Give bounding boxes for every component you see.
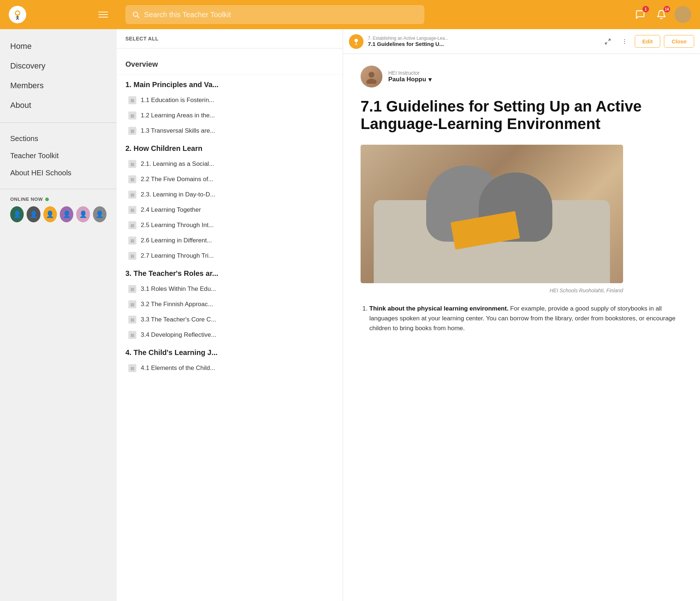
user-avatar[interactable] [674,6,691,23]
toc-item[interactable]: ▤ 1.3 Transversal Skills are... [117,123,343,138]
toc-item[interactable]: ▤ 3.4 Developing Reflective... [117,327,343,343]
online-section: ONLINE NOW 👤 👤 👤 👤 👤 👤 [0,189,117,230]
search-input[interactable] [144,11,418,19]
avatar[interactable]: 👤 [93,206,106,222]
toc-section-title[interactable]: 1. Main Principles and Va... [117,75,343,93]
avatar[interactable]: 👤 [60,206,73,222]
more-options-button[interactable] [618,35,631,48]
toc-item[interactable]: ▤ 1.2 Learning Areas in the... [117,108,343,123]
svg-point-14 [624,41,625,42]
list-item: Think about the physical learning enviro… [369,304,682,333]
doc-icon: ▤ [128,300,136,308]
doc-icon: ▤ [128,127,136,135]
toc-item[interactable]: ▤ 2.6 Learning in Different... [117,233,343,248]
avatar[interactable]: 👤 [76,206,90,222]
svg-line-3 [16,19,18,19]
topbar-right: 1 14 [632,6,691,23]
doc-icon: ▤ [128,237,136,245]
svg-point-17 [366,79,377,84]
article-image [361,145,623,283]
sidebar-header [0,0,117,29]
sidebar: Home Discovery Members About Sections Te… [0,0,117,601]
doc-icon: ▤ [128,160,136,168]
toc-body: Overview 1. Main Principles and Va... ▤ … [117,48,343,382]
sidebar-nav: Home Discovery Members About [0,29,117,123]
toc-item[interactable]: ▤ 2.4 Learning Together [117,202,343,218]
list-item-bold: Think about the physical learning enviro… [369,305,509,312]
toc-item[interactable]: ▤ 1.1 Education is Fosterin... [117,93,343,108]
chat-button[interactable]: 1 [632,7,648,23]
avatar-row: 👤 👤 👤 👤 👤 👤 [10,206,106,222]
toc-section-title[interactable]: 3. The Teacher's Roles ar... [117,264,343,281]
hamburger-icon[interactable] [98,12,108,17]
svg-line-5 [16,17,18,17]
svg-point-13 [624,39,625,40]
image-caption: HEI Schools Ruoholahti, Finland [361,288,623,293]
avatar[interactable]: 👤 [43,206,57,222]
author-avatar [361,66,382,87]
toc-header: SELECT ALL [117,29,343,48]
sidebar-item-about-hei[interactable]: About HEI Schools [0,164,117,182]
sidebar-item-about[interactable]: About [0,95,117,115]
detail-content: HEI Instructor Paula Hoppu ▾ 7.1 Guideli… [343,54,700,601]
doc-icon: ▤ [128,175,136,183]
toc-section-title[interactable]: 4. The Child's Learning J... [117,343,343,360]
svg-line-4 [18,19,19,19]
sidebar-section: Sections Teacher Toolkit About HEI Schoo… [0,123,117,189]
author-row: HEI Instructor Paula Hoppu ▾ [361,66,682,87]
dropdown-arrow-icon: ▾ [428,76,432,83]
detail-panel: 7. Establishing an Active Language-Lea..… [343,29,700,601]
doc-icon: ▤ [128,112,136,120]
sidebar-item-discovery[interactable]: Discovery [0,56,117,76]
toc-item[interactable]: ▤ 3.3 The Teacher's Core C... [117,312,343,327]
main-area: 1 14 SELECT ALL Overview 1. Main Princip… [117,0,700,601]
svg-line-12 [356,44,357,44]
toc-panel: SELECT ALL Overview 1. Main Principles a… [117,29,343,601]
sidebar-item-members[interactable]: Members [0,76,117,95]
notification-badge: 14 [664,6,670,12]
sidebar-item-home[interactable]: Home [0,36,117,56]
doc-icon: ▤ [128,331,136,339]
doc-icon: ▤ [128,96,136,104]
breadcrumb: 7. Establishing an Active Language-Lea..… [368,36,597,47]
author-name[interactable]: Paula Hoppu ▾ [388,76,432,83]
online-dot [45,198,49,201]
online-label: ONLINE NOW [10,196,106,202]
overview-item[interactable]: Overview [117,54,343,75]
breadcrumb-current: 7.1 Guidelines for Setting U... [368,41,597,47]
svg-line-8 [137,16,139,18]
svg-line-6 [18,17,19,17]
select-all-button[interactable]: SELECT ALL [125,36,159,42]
doc-icon: ▤ [128,221,136,229]
content-area: SELECT ALL Overview 1. Main Principles a… [117,29,700,601]
toc-item[interactable]: ▤ 4.1 Elements of the Child... [117,360,343,376]
toc-item[interactable]: ▤ 2.2 The Five Domains of... [117,172,343,187]
toc-item[interactable]: ▤ 3.2 The Finnish Approac... [117,297,343,312]
toc-item[interactable]: ▤ 2.5 Learning Through Int... [117,218,343,233]
sidebar-item-teacher-toolkit[interactable]: Teacher Toolkit [0,147,117,164]
expand-button[interactable] [601,35,614,48]
article-list: Think about the physical learning enviro… [361,304,682,333]
avatar[interactable]: 👤 [10,206,24,222]
toc-section-title[interactable]: 2. How Children Learn [117,138,343,156]
detail-topbar: 7. Establishing an Active Language-Lea..… [343,29,700,54]
doc-icon: ▤ [128,206,136,214]
svg-point-16 [369,72,374,78]
toc-item[interactable]: ▤ 2.7 Learning Through Tri... [117,248,343,264]
detail-actions: Edit Close [601,35,694,48]
doc-icon: ▤ [128,364,136,372]
edit-button[interactable]: Edit [635,35,660,48]
svg-line-11 [355,44,356,44]
toc-item[interactable]: ▤ 3.1 Roles Within The Edu... [117,281,343,297]
doc-icon: ▤ [128,252,136,260]
search-bar[interactable] [125,5,424,24]
sidebar-item-sections[interactable]: Sections [0,130,117,147]
close-button[interactable]: Close [664,35,694,48]
detail-section-icon [349,34,363,49]
toc-item[interactable]: ▤ 2.3. Learning in Day-to-D... [117,187,343,202]
avatar[interactable]: 👤 [27,206,40,222]
notification-button[interactable]: 14 [653,7,669,23]
doc-icon: ▤ [128,316,136,324]
toc-item[interactable]: ▤ 2.1. Learning as a Social... [117,156,343,172]
app-logo[interactable] [9,6,26,23]
